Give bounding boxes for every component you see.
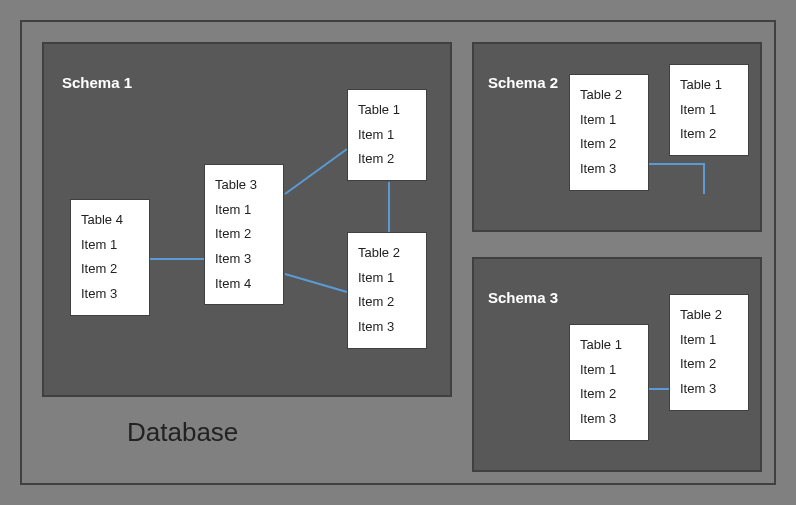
schema-1: Schema 1 Table 4 Item 1 Item 2 Item 3 Ta… xyxy=(42,42,452,397)
table-name: Table 1 xyxy=(580,333,638,358)
schema-1-table-3: Table 3 Item 1 Item 2 Item 3 Item 4 xyxy=(204,164,284,305)
table-item: Item 1 xyxy=(580,358,638,383)
table-item: Item 3 xyxy=(580,157,638,182)
schema-1-table-1: Table 1 Item 1 Item 2 xyxy=(347,89,427,181)
table-name: Table 2 xyxy=(580,83,638,108)
schema-1-table-2: Table 2 Item 1 Item 2 Item 3 xyxy=(347,232,427,349)
table-item: Item 3 xyxy=(358,315,416,340)
table-item: Item 2 xyxy=(680,352,738,377)
table-item: Item 1 xyxy=(81,233,139,258)
table-item: Item 2 xyxy=(81,257,139,282)
schema-2: Schema 2 Table 2 Item 1 Item 2 Item 3 Ta… xyxy=(472,42,762,232)
database-label: Database xyxy=(127,417,238,448)
schema-2-table-2: Table 2 Item 1 Item 2 Item 3 xyxy=(569,74,649,191)
table-name: Table 1 xyxy=(680,73,738,98)
table-item: Item 1 xyxy=(358,266,416,291)
schema-2-title: Schema 2 xyxy=(488,74,558,91)
table-item: Item 1 xyxy=(580,108,638,133)
table-item: Item 3 xyxy=(215,247,273,272)
table-item: Item 1 xyxy=(680,328,738,353)
table-name: Table 1 xyxy=(358,98,416,123)
svg-line-1 xyxy=(285,149,347,194)
schema-3-title: Schema 3 xyxy=(488,289,558,306)
schema-3-table-2: Table 2 Item 1 Item 2 Item 3 xyxy=(669,294,749,411)
table-item: Item 2 xyxy=(358,290,416,315)
table-name: Table 4 xyxy=(81,208,139,233)
table-name: Table 2 xyxy=(358,241,416,266)
table-item: Item 1 xyxy=(358,123,416,148)
schema-3: Schema 3 Table 1 Item 1 Item 2 Item 3 Ta… xyxy=(472,257,762,472)
table-item: Item 4 xyxy=(215,272,273,297)
table-item: Item 2 xyxy=(215,222,273,247)
table-item: Item 3 xyxy=(680,377,738,402)
table-name: Table 3 xyxy=(215,173,273,198)
schema-3-table-1: Table 1 Item 1 Item 2 Item 3 xyxy=(569,324,649,441)
table-item: Item 2 xyxy=(580,382,638,407)
table-item: Item 2 xyxy=(680,122,738,147)
schema-1-table-4: Table 4 Item 1 Item 2 Item 3 xyxy=(70,199,150,316)
svg-line-2 xyxy=(285,274,347,292)
table-item: Item 2 xyxy=(358,147,416,172)
table-item: Item 2 xyxy=(580,132,638,157)
schema-2-table-1: Table 1 Item 1 Item 2 xyxy=(669,64,749,156)
table-item: Item 3 xyxy=(580,407,638,432)
table-item: Item 3 xyxy=(81,282,139,307)
table-name: Table 2 xyxy=(680,303,738,328)
database-canvas: Schema 1 Table 4 Item 1 Item 2 Item 3 Ta… xyxy=(20,20,776,485)
table-item: Item 1 xyxy=(215,198,273,223)
schema-1-title: Schema 1 xyxy=(62,74,132,91)
table-item: Item 1 xyxy=(680,98,738,123)
